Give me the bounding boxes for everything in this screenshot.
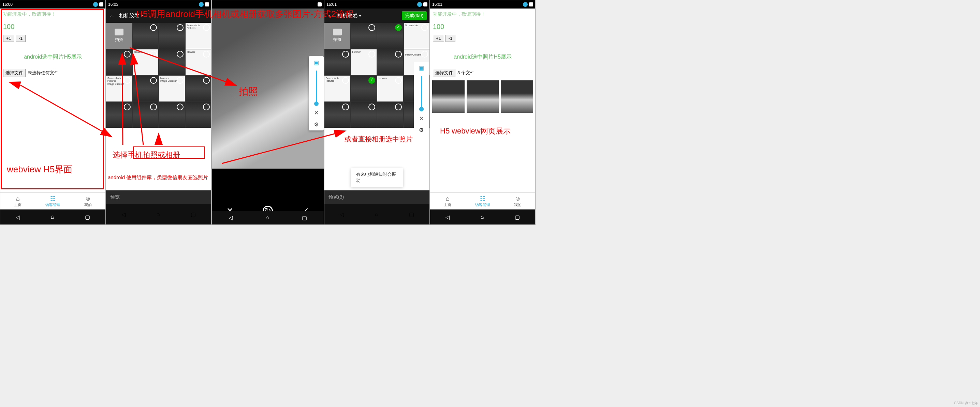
section-title: android选中照片H5展示 xyxy=(430,43,535,67)
back-icon[interactable]: ◁ xyxy=(121,211,126,218)
plus-button[interactable]: +1 xyxy=(433,35,444,42)
dev-text: 功能开发中，敬请期待！ xyxy=(430,8,535,20)
minus-button[interactable]: -1 xyxy=(16,35,26,42)
photo-tile[interactable] xyxy=(133,23,159,49)
panel-webview-result: 16:01 功能开发中，敬请期待！ 100 +1 -1 android选中照片H… xyxy=(430,0,536,225)
preview-button[interactable]: 预览(3) xyxy=(328,194,344,200)
done-button[interactable]: 完成(3/9) xyxy=(402,11,427,20)
annot-lib: android 使用组件库，类型微信朋友圈选照片 xyxy=(108,174,208,181)
preview-button[interactable]: 预览 xyxy=(110,194,120,200)
photo-tile[interactable]: browser xyxy=(377,76,403,101)
photo-tile[interactable] xyxy=(133,76,159,101)
photo-tile[interactable] xyxy=(106,102,132,128)
photo-grid: 拍摄 ScreenshotsPictures browser browser S… xyxy=(106,23,211,128)
file-status: 3 个文件 xyxy=(457,70,474,76)
tab-mine[interactable]: ☺我的 xyxy=(70,193,105,209)
annot-h5show: H5 webview网页展示 xyxy=(440,126,511,136)
file-status: 未选择任何文件 xyxy=(28,70,59,76)
tab-home[interactable]: ⌂主页 xyxy=(0,193,35,209)
android-nav: ◁⌂▢ xyxy=(325,204,430,225)
result-photo xyxy=(432,81,465,113)
result-photos xyxy=(430,78,535,115)
back-icon[interactable]: ◁ xyxy=(16,214,20,220)
status-time: 16:01 xyxy=(326,2,337,7)
photo-tile[interactable] xyxy=(377,49,403,75)
photo-tile[interactable]: browserImage Chooser xyxy=(159,76,185,101)
annot-choose: 选择手机拍照或相册 xyxy=(113,150,180,160)
tab-mine[interactable]: ☺我的 xyxy=(500,193,535,209)
annot-gallery: 或者直接相册选中照片 xyxy=(345,135,413,144)
minus-button[interactable]: -1 xyxy=(445,35,456,42)
android-nav: ◁⌂▢ xyxy=(212,211,324,225)
status-bar: 16:00 xyxy=(0,0,105,8)
photo-tile[interactable] xyxy=(106,49,132,75)
plus-button[interactable]: +1 xyxy=(3,35,14,42)
photo-tile[interactable] xyxy=(159,23,185,49)
tab-guest[interactable]: ☷访客管理 xyxy=(35,193,71,209)
vibrate-icon[interactable]: ▣ xyxy=(313,59,320,66)
android-nav: ◁⌂▢ xyxy=(430,209,535,225)
photo-tile[interactable]: browser xyxy=(186,49,212,75)
photo-tile[interactable] xyxy=(377,23,403,49)
picker-footer: 预览 xyxy=(106,190,211,204)
status-time: 16:01 xyxy=(432,2,442,7)
counter-value: 100 xyxy=(0,20,105,33)
settings-icon[interactable]: ⚙ xyxy=(313,121,320,128)
choose-file-button[interactable]: 选择文件 xyxy=(3,69,25,77)
android-nav: ◁ ⌂ ▢ xyxy=(0,209,105,225)
status-bar xyxy=(212,0,324,8)
choose-file-button[interactable]: 选择文件 xyxy=(433,69,455,77)
photo-tile[interactable]: Screenshots xyxy=(404,23,430,49)
tutorial-stage: 16:00 功能开发中，敬请期待！ 100 +1 -1 android选中照片H… xyxy=(0,0,980,407)
status-time: 16:03 xyxy=(108,2,118,7)
recent-icon[interactable]: ▢ xyxy=(191,211,196,218)
chevron-down-icon[interactable]: ▾ xyxy=(359,14,361,18)
photo-tile[interactable] xyxy=(377,102,403,128)
mute-icon[interactable]: ✕ xyxy=(313,109,320,116)
photo-tile[interactable] xyxy=(351,23,377,49)
panel-picker-selected: 16:01 ← 相机胶卷 ▾ 完成(3/9) 拍摄 Screenshots br… xyxy=(324,0,430,225)
photo-tile[interactable] xyxy=(351,76,377,101)
photo-tile[interactable] xyxy=(133,102,159,128)
camera-viewfinder: ▣ ✕ ⚙ xyxy=(212,8,324,169)
vibrate-toast: 有来电和通知时会振动 xyxy=(351,168,403,187)
photo-tile[interactable]: browser xyxy=(351,49,377,75)
photo-tile[interactable] xyxy=(351,102,377,128)
photo-tile[interactable] xyxy=(325,102,350,128)
camera-slider[interactable]: ▣ ✕ ⚙ xyxy=(414,62,429,136)
panel-picker-unselected: 16:03 ← 相机胶卷 ▾ 拍摄 ScreenshotsPictures br… xyxy=(106,0,212,225)
home-icon[interactable]: ⌂ xyxy=(51,214,54,220)
zoom-track[interactable] xyxy=(316,71,317,105)
panel-camera: ▣ ✕ ⚙ ✕ ↻ ✓ ◁⌂▢ xyxy=(212,0,324,225)
tab-guest[interactable]: ☷访客管理 xyxy=(465,193,500,209)
dev-text: 功能开发中，敬请期待！ xyxy=(0,8,105,20)
camera-tile[interactable]: 拍摄 xyxy=(106,23,132,49)
result-photo xyxy=(501,81,533,113)
result-photo xyxy=(467,81,499,113)
counter-value: 100 xyxy=(430,20,535,33)
home-icon[interactable]: ⌂ xyxy=(157,211,160,217)
camera-tile[interactable]: 拍摄 xyxy=(325,23,350,49)
annot-photo: 拍照 xyxy=(239,85,258,98)
picker-footer: 预览(3) xyxy=(325,190,430,204)
annot-webview: webview H5界面 xyxy=(7,163,72,176)
photo-tile[interactable] xyxy=(186,102,212,128)
photo-tile[interactable] xyxy=(159,102,185,128)
photo-tile[interactable]: ScreenshotsPicturesImage Chooser xyxy=(106,76,132,101)
bottom-tabs: ⌂主页 ☷访客管理 ☺我的 xyxy=(0,192,105,209)
tab-home[interactable]: ⌂主页 xyxy=(430,193,465,209)
panel-webview-empty: 16:00 功能开发中，敬请期待！ 100 +1 -1 android选中照片H… xyxy=(0,0,106,225)
section-title: android选中照片H5展示 xyxy=(0,43,105,67)
camera-slider[interactable]: ▣ ✕ ⚙ xyxy=(309,56,324,130)
status-time: 16:00 xyxy=(2,2,13,7)
photo-tile[interactable]: browser xyxy=(133,49,159,75)
back-icon[interactable]: ← xyxy=(109,12,116,20)
photo-tile[interactable]: ScreenshotsPictures xyxy=(186,23,212,49)
recent-icon[interactable]: ▢ xyxy=(85,214,90,220)
android-nav: ◁ ⌂ ▢ xyxy=(106,204,211,225)
photo-tile[interactable] xyxy=(325,49,350,75)
status-bar: 16:01 xyxy=(430,0,535,8)
photo-tile[interactable] xyxy=(186,76,212,101)
photo-tile[interactable]: ScreenshotsPictures xyxy=(325,76,350,101)
photo-tile[interactable] xyxy=(159,49,185,75)
